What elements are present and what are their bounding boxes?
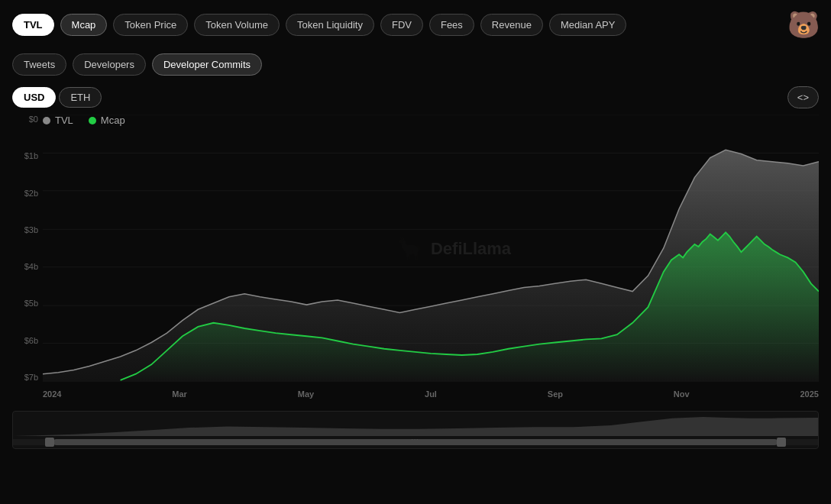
chart-svg xyxy=(43,115,819,382)
tab-developer-commits[interactable]: Developer Commits xyxy=(152,53,262,76)
currency-usd[interactable]: USD xyxy=(12,87,56,108)
tab-token-liquidity[interactable]: Token Liquidity xyxy=(286,14,374,36)
tab-revenue[interactable]: Revenue xyxy=(480,14,543,36)
x-label-2025: 2025 xyxy=(800,389,818,399)
scrollbar-handle-right[interactable] xyxy=(777,438,786,447)
x-label-sep: Sep xyxy=(548,389,563,399)
second-tabs-bar: Tweets Developers Developer Commits xyxy=(0,49,831,80)
x-label-nov: Nov xyxy=(674,389,690,399)
scrollbar-drag-indicator: ⋯ xyxy=(411,435,420,444)
scrollbar-handle-left[interactable] xyxy=(45,438,54,447)
currency-row: USD ETH <> xyxy=(0,80,831,115)
mini-chart-svg xyxy=(13,415,818,436)
embed-code-button[interactable]: <> xyxy=(787,86,819,108)
tab-median-apy[interactable]: Median APY xyxy=(549,14,627,36)
y-axis: $7b $6b $5b $4b $3b $2b $1b $0 xyxy=(12,115,43,382)
x-label-jul: Jul xyxy=(425,389,437,399)
currency-eth[interactable]: ETH xyxy=(59,87,102,108)
tab-tvl[interactable]: TVL xyxy=(12,14,54,36)
mini-chart xyxy=(13,415,818,436)
tab-mcap[interactable]: Mcap xyxy=(60,14,108,36)
tab-token-volume[interactable]: Token Volume xyxy=(194,14,280,36)
chart-area: TVL Mcap $7b $6b $5b $4b $3b $2b $1b $0 xyxy=(12,115,819,405)
tab-fdv[interactable]: FDV xyxy=(380,14,423,36)
y-label-7b: $7b xyxy=(24,373,38,382)
scrollbar-area[interactable]: ⋯ xyxy=(12,411,819,449)
y-label-0: $0 xyxy=(29,115,38,124)
y-label-6b: $6b xyxy=(24,336,38,345)
x-label-may: May xyxy=(298,389,314,399)
tab-fees[interactable]: Fees xyxy=(429,14,474,36)
tab-tweets[interactable]: Tweets xyxy=(12,53,66,76)
mascot-icon: 🐻 xyxy=(788,9,819,40)
y-label-4b: $4b xyxy=(24,262,38,271)
y-label-1b: $1b xyxy=(24,151,38,160)
chart-svg-container: 🦙 DefiLlama xyxy=(43,115,819,382)
tab-token-price[interactable]: Token Price xyxy=(113,14,188,36)
y-label-2b: $2b xyxy=(24,189,38,198)
x-axis: 2024 Mar May Jul Sep Nov 2025 xyxy=(43,389,819,405)
x-label-2024: 2024 xyxy=(43,389,61,399)
tab-developers[interactable]: Developers xyxy=(73,53,146,76)
y-label-5b: $5b xyxy=(24,299,38,308)
mini-chart-area xyxy=(13,417,818,436)
top-tabs-bar: TVL Mcap Token Price Token Volume Token … xyxy=(0,0,831,49)
x-label-mar: Mar xyxy=(172,389,187,399)
y-label-3b: $3b xyxy=(24,225,38,234)
